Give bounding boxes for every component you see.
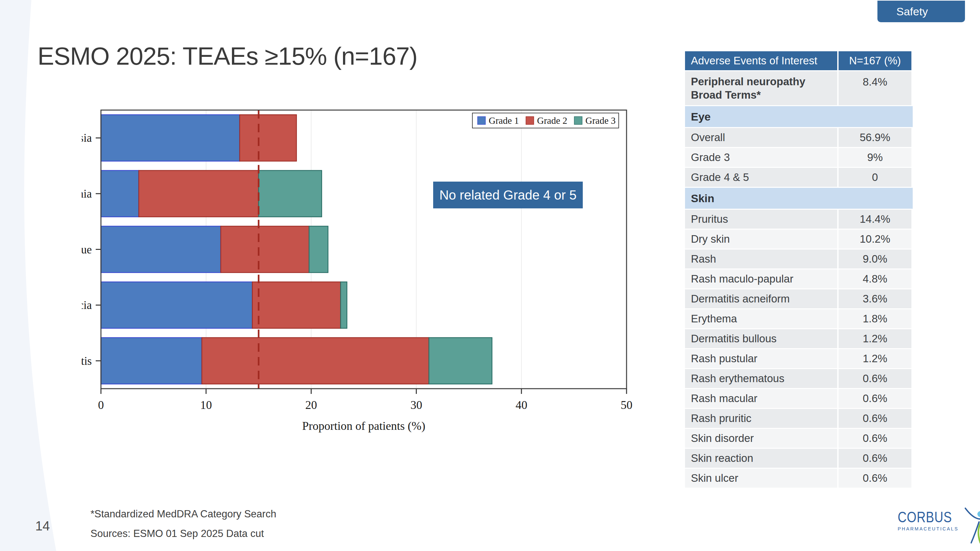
table-section-row: Eye — [685, 106, 913, 127]
table-row: Skin reaction0.6% — [685, 449, 913, 468]
table-body: Peripheral neuropathyBroad Terms*8.4%Eye… — [685, 71, 913, 487]
bar-segment-grade-3 — [341, 282, 347, 328]
ae-value: 10.2% — [838, 230, 912, 249]
bar-segment-grade-1 — [101, 338, 202, 384]
ae-label: Rash maculo-papular — [685, 270, 837, 288]
bar-segment-grade-1 — [101, 170, 139, 217]
ae-value: 4.8% — [838, 270, 912, 288]
legend-label: Grade 1 — [489, 115, 519, 126]
ae-label: Rash pruritic — [685, 409, 837, 428]
table-section-row: Skin — [685, 188, 913, 209]
table-row: Peripheral neuropathyBroad Terms*8.4% — [685, 71, 913, 105]
footnote: *Standardized MedDRA Category Search — [91, 508, 276, 520]
ae-value: 1.8% — [838, 309, 912, 328]
bar-segment-grade-2 — [202, 338, 429, 384]
y-axis-label: Anaemia — [82, 187, 92, 200]
table-row: Dry skin10.2% — [685, 230, 913, 249]
table-header-label: Adverse Events of Interest — [685, 51, 837, 70]
ae-value: 56.9% — [838, 128, 912, 147]
ae-label: Rash erythematous — [685, 369, 837, 388]
y-axis-label: Keratitis — [82, 355, 92, 367]
section-label: Eye — [685, 106, 913, 127]
table-row: Rash erythematous0.6% — [685, 369, 913, 388]
table-row: Grade 4 & 50 — [685, 168, 913, 187]
ae-value: 8.4% — [838, 71, 912, 105]
table-row: Grade 39% — [685, 148, 913, 167]
bar-segment-grade-3 — [429, 338, 492, 384]
ae-label: Skin disorder — [685, 429, 837, 448]
ae-label: Grade 4 & 5 — [685, 168, 837, 187]
y-axis-label: Alopecia — [82, 299, 92, 311]
ae-value: 0.6% — [838, 369, 912, 388]
source-line: Sources: ESMO 01 Sep 2025 Data cut — [91, 528, 264, 540]
safety-tab-label: Safety — [896, 5, 928, 18]
ae-value: 1.2% — [838, 329, 912, 348]
annotation-text: No related Grade 4 or 5 — [439, 188, 577, 203]
legend-swatch-grade-1 — [477, 117, 485, 124]
y-axis-label: Dysgeusia — [82, 132, 92, 144]
ae-label: Dry skin — [685, 230, 837, 249]
section-label: Skin — [685, 188, 913, 209]
logo-figure-icon — [965, 508, 980, 543]
ae-value: 0.6% — [838, 409, 912, 428]
table-row: Rash pustular1.2% — [685, 349, 913, 368]
table-row: Rash macular0.6% — [685, 389, 913, 408]
logo-text: CORBUS PHARMACEUTICALS — [898, 510, 964, 531]
legend-label: Grade 3 — [585, 115, 616, 126]
legend-swatch-grade-2 — [526, 117, 534, 124]
table-row: Skin disorder0.6% — [685, 429, 913, 448]
bar-segment-grade-2 — [240, 114, 297, 161]
ae-label: Skin reaction — [685, 449, 837, 468]
ae-label: Rash macular — [685, 389, 837, 408]
ae-label: Erythema — [685, 309, 837, 328]
x-tick-label: 30 — [410, 399, 422, 411]
ae-value: 0.6% — [838, 469, 912, 487]
ae-label: Rash — [685, 249, 837, 268]
teae-bar-chart: DysgeusiaAnaemiaFatigueAlopeciaKeratitis… — [82, 108, 644, 457]
ae-value: 14.4% — [838, 210, 912, 229]
bar-segment-grade-1 — [101, 282, 252, 328]
x-tick-label: 40 — [515, 399, 527, 411]
bar-segment-grade-1 — [101, 114, 240, 161]
ae-label: Pruritus — [685, 210, 837, 229]
ae-value: 3.6% — [838, 289, 912, 308]
ae-value: 0.6% — [838, 389, 912, 408]
bar-segment-grade-3 — [259, 170, 322, 217]
ae-label: Overall — [685, 128, 837, 147]
x-tick-label: 20 — [305, 399, 317, 411]
ae-label: Grade 3 — [685, 148, 837, 167]
table-row: Dermatitis bullous1.2% — [685, 329, 913, 348]
ae-value: 9.0% — [838, 249, 912, 268]
adverse-events-table: Adverse Events of Interest N=167 (%) Per… — [685, 51, 913, 489]
corbus-logo: CORBUS PHARMACEUTICALS — [898, 510, 980, 543]
y-axis-label: Fatigue — [82, 243, 92, 256]
x-tick-label: 0 — [98, 399, 104, 411]
table-row: Skin ulcer0.6% — [685, 469, 913, 487]
bar-segment-grade-3 — [309, 226, 328, 273]
table-row: Rash maculo-papular4.8% — [685, 270, 913, 288]
page-number: 14 — [35, 519, 50, 534]
table-row: Rash9.0% — [685, 249, 913, 268]
bar-segment-grade-2 — [221, 226, 309, 273]
table-row: Overall56.9% — [685, 128, 913, 147]
logo-name: CORBUS — [898, 510, 952, 524]
ae-value: 0.6% — [838, 449, 912, 468]
legend-label: Grade 2 — [537, 115, 568, 126]
safety-tab: Safety — [877, 1, 965, 22]
table-row: Pruritus14.4% — [685, 210, 913, 229]
ae-value: 0.6% — [838, 429, 912, 448]
legend-swatch-grade-3 — [574, 117, 582, 124]
ae-label: Dermatitis acneiform — [685, 289, 837, 308]
background-curve — [0, 0, 85, 551]
table-row: Dermatitis acneiform3.6% — [685, 289, 913, 308]
bar-segment-grade-1 — [101, 226, 221, 273]
ae-value: 0 — [838, 168, 912, 187]
table-header-row: Adverse Events of Interest N=167 (%) — [685, 51, 913, 70]
ae-label: Rash pustular — [685, 349, 837, 368]
annotation-box: No related Grade 4 or 5 — [433, 182, 583, 208]
ae-label: Skin ulcer — [685, 469, 837, 487]
x-axis-title: Proportion of patients (%) — [302, 419, 425, 432]
page-title: ESMO 2025: TEAEs ≥15% (n=167) — [38, 42, 417, 70]
x-tick-label: 10 — [200, 399, 212, 411]
table-row: Rash pruritic0.6% — [685, 409, 913, 428]
